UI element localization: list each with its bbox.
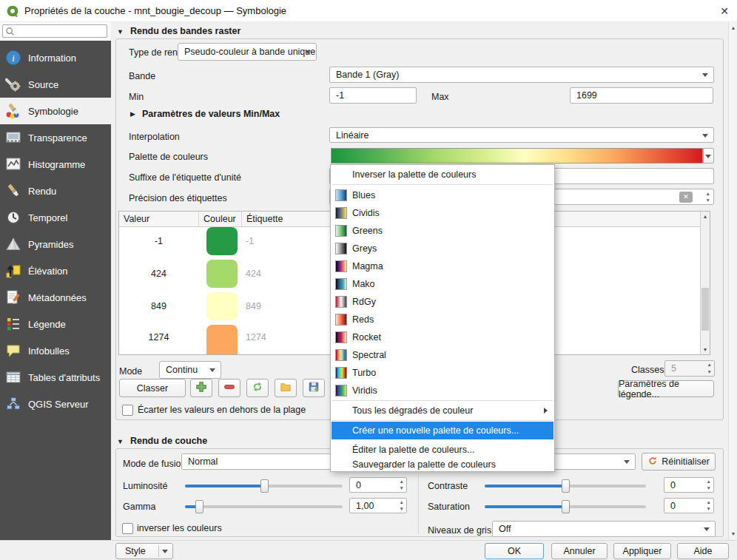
contrast-spinner[interactable]: 0 ▲▼ (664, 477, 714, 493)
symbology-icon (5, 103, 21, 119)
spinner-arrows[interactable]: ▲▼ (400, 479, 404, 491)
color-swatch[interactable] (206, 325, 238, 354)
gamma-spinner[interactable]: 1,00 ▲▼ (349, 498, 407, 513)
menu-item-invert-ramp[interactable]: Inverser la palette de couleurs (332, 166, 553, 183)
sidebar-item-symbology[interactable]: Symbologie (0, 98, 111, 124)
apply-button[interactable]: Appliquer (613, 543, 671, 559)
invert-colors-checkbox[interactable] (122, 523, 133, 534)
clear-field-icon[interactable]: ✕ (679, 192, 693, 203)
color-swatch[interactable] (206, 260, 238, 288)
spinner-arrows[interactable]: ▲▼ (707, 362, 712, 375)
menu-item-ramp-rocket[interactable]: Rocket (332, 328, 553, 346)
ok-button[interactable]: OK (485, 543, 544, 559)
menu-item-create-new-ramp[interactable]: Créer une nouvelle palette de couleurs..… (332, 422, 553, 439)
gamma-slider[interactable] (185, 501, 343, 513)
clip-out-of-range-checkbox[interactable] (122, 405, 133, 416)
column-header-value[interactable]: Valeur (119, 212, 199, 226)
color-swatch[interactable] (206, 292, 238, 320)
band-combo[interactable]: Bande 1 (Gray) (329, 67, 714, 83)
brightness-slider[interactable] (185, 480, 343, 492)
menu-item-ramp-blues[interactable]: Blues (332, 186, 553, 204)
sidebar-item-attribute-tables[interactable]: Tables d'attributs (0, 364, 111, 391)
interpolation-combo[interactable]: Linéaire (329, 127, 714, 143)
minmax-settings-header[interactable]: Paramètres de valeurs Min/Max (142, 109, 280, 119)
expand-triangle-icon[interactable]: ▶ (130, 110, 135, 118)
save-color-map-button[interactable] (303, 379, 325, 397)
chevron-down-icon (702, 134, 708, 138)
menu-item-ramp-cividis[interactable]: Cividis (332, 204, 553, 222)
menu-item-ramp-turbo[interactable]: Turbo (332, 364, 553, 382)
color-ramp-preview[interactable] (331, 148, 703, 163)
scroll-down-icon[interactable]: ▼ (729, 529, 737, 539)
menu-item-ramp-mako[interactable]: Mako (332, 275, 553, 293)
slider-thumb[interactable] (260, 479, 269, 493)
sidebar-item-qgis-server[interactable]: QGIS Serveur (0, 391, 111, 417)
brightness-spinner[interactable]: 0 ▲▼ (349, 477, 407, 493)
slider-thumb[interactable] (562, 479, 570, 493)
main-scrollbar[interactable]: ▲ ▼ (728, 22, 737, 540)
grayscale-combo[interactable]: Off (492, 521, 716, 537)
menu-item-ramp-reds[interactable]: Reds (332, 311, 553, 328)
menu-item-ramp-greens[interactable]: Greens (332, 222, 553, 240)
scroll-up-icon[interactable]: ▲ (701, 212, 710, 221)
sidebar-item-histogram[interactable]: Histogramme (0, 151, 111, 178)
spinner-arrows[interactable]: ▲▼ (707, 499, 711, 512)
reset-button[interactable]: Réinitialiser (642, 453, 716, 470)
sidebar-item-legend[interactable]: Légende (0, 311, 111, 337)
sidebar-item-pyramids[interactable]: Pyramides (0, 231, 111, 257)
spinner-arrows[interactable]: ▲▼ (707, 479, 711, 491)
collapse-triangle-icon[interactable]: ▼ (117, 28, 124, 36)
color-ramp-dropdown-button[interactable] (703, 148, 714, 163)
spinner-arrows[interactable]: ▲▼ (400, 499, 404, 512)
sidebar-item-metadata[interactable]: Métadonnées (0, 284, 111, 311)
sidebar-item-maptips[interactable]: Infobulles (0, 337, 111, 364)
sidebar-item-rendering[interactable]: Rendu (0, 178, 111, 204)
sidebar-item-temporal[interactable]: Temporel (0, 204, 111, 231)
close-icon[interactable]: ✕ (712, 0, 737, 22)
cancel-button[interactable]: Annuler (551, 543, 608, 559)
saturation-spinner[interactable]: 0 ▲▼ (664, 498, 714, 513)
slider-thumb[interactable] (195, 500, 203, 513)
menu-item-ramp-magma[interactable]: Magma (332, 257, 553, 275)
scroll-down-icon[interactable]: ▼ (701, 345, 710, 354)
classify-button[interactable]: Classer (119, 379, 186, 397)
menu-item-ramp-rdgy[interactable]: RdGy (332, 293, 553, 311)
menu-item-save-ramp[interactable]: Sauvegarder la palette de couleurs (332, 458, 553, 471)
menu-item-ramp-viridis[interactable]: Viridis (332, 382, 553, 399)
column-header-color[interactable]: Couleur (199, 212, 242, 226)
legend-settings-button[interactable]: Paramètres de légende... (618, 380, 714, 397)
sort-values-button[interactable] (246, 379, 269, 397)
add-value-button[interactable] (190, 379, 212, 397)
menu-item-edit-ramp[interactable]: Éditer la palette de couleurs... (332, 441, 553, 459)
sidebar-item-information[interactable]: i Information (0, 44, 111, 71)
max-input[interactable]: 1699 (570, 87, 713, 104)
grayscale-label: Niveaux de gris (428, 525, 491, 536)
sidebar-item-source[interactable]: Source (0, 71, 111, 98)
mode-combo[interactable]: Continu (159, 361, 221, 379)
spinner-arrows[interactable]: ▲▼ (706, 191, 710, 203)
help-button[interactable]: Aide (677, 543, 729, 559)
collapse-triangle-icon[interactable]: ▼ (117, 438, 124, 445)
menu-item-ramp-greys[interactable]: Greys (332, 240, 553, 257)
sidebar-item-transparency[interactable]: Transparence (0, 124, 111, 151)
remove-value-button[interactable] (218, 379, 240, 397)
classes-spinner[interactable]: 5 ▲▼ (664, 360, 715, 377)
slider-thumb[interactable] (562, 500, 570, 513)
table-scrollbar[interactable]: ▲ ▼ (700, 212, 710, 354)
sidebar-item-elevation[interactable]: Élévation (0, 257, 111, 284)
render-type-combo[interactable]: Pseudo-couleur à bande unique (178, 43, 317, 61)
scroll-up-icon[interactable]: ▲ (729, 23, 737, 33)
menu-item-all-ramps[interactable]: Tous les dégradés de couleur (332, 402, 553, 419)
ramp-swatch-icon (335, 296, 347, 308)
sidebar-item-label: Information (28, 53, 76, 64)
menu-item-ramp-spectral[interactable]: Spectral (332, 346, 553, 364)
min-input[interactable]: -1 (329, 87, 417, 104)
contrast-slider[interactable] (485, 480, 646, 492)
style-button[interactable]: Style (115, 543, 173, 559)
scrollbar-thumb[interactable] (701, 288, 709, 331)
saturation-slider[interactable] (485, 501, 646, 513)
color-swatch[interactable] (206, 227, 238, 255)
sidebar-search-input[interactable] (2, 24, 107, 38)
load-color-map-button[interactable] (275, 379, 297, 397)
sidebar-item-label: Infobulles (28, 345, 70, 357)
